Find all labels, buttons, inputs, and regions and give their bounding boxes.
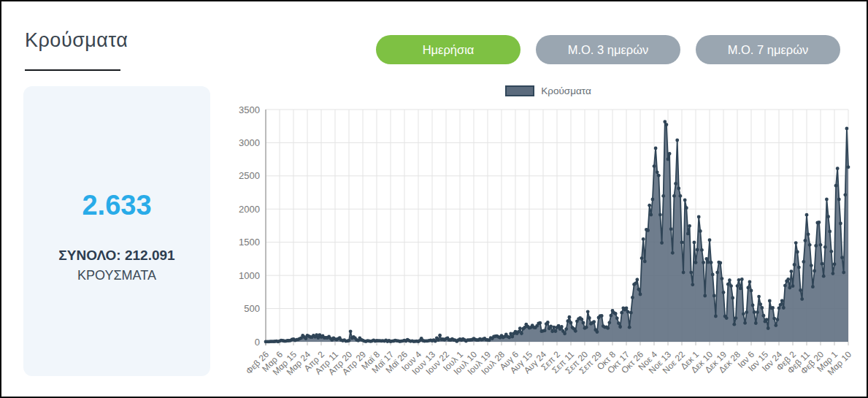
svg-text:3500: 3500 — [239, 104, 260, 115]
cases-chart: Κρούσματα 0500100015002000250030003500Φε… — [235, 82, 861, 396]
legend-label: Κρούσματα — [541, 85, 591, 96]
summary-card: 2.633 ΣΥΝΟΛΟ: 212.091 ΚΡΟΥΣΜΑΤΑ — [23, 86, 210, 376]
page-title: Κρούσματα — [25, 29, 128, 52]
svg-text:500: 500 — [244, 303, 260, 314]
svg-text:0: 0 — [255, 337, 260, 348]
tab-daily[interactable]: Ημερήσια — [376, 35, 521, 64]
cases-unit-label: ΚΡΟΥΣΜΑΤΑ — [77, 268, 156, 283]
view-tabs: Ημερήσια Μ.Ο. 3 ημερών Μ.Ο. 7 ημερών — [376, 35, 840, 64]
svg-text:1500: 1500 — [239, 237, 260, 248]
tab-3day-average[interactable]: Μ.Ο. 3 ημερών — [536, 35, 680, 64]
total-cases-label: ΣΥΝΟΛΟ: 212.091 — [58, 248, 174, 264]
chart-legend: Κρούσματα — [235, 82, 861, 99]
title-underline — [25, 69, 120, 71]
svg-text:1000: 1000 — [239, 270, 260, 281]
tab-7day-average[interactable]: Μ.Ο. 7 ημερών — [696, 35, 840, 64]
svg-text:2500: 2500 — [239, 170, 260, 181]
legend-swatch-icon — [505, 85, 534, 96]
svg-text:2000: 2000 — [239, 204, 260, 215]
svg-text:3000: 3000 — [239, 137, 260, 148]
chart-canvas[interactable]: 0500100015002000250030003500Φεβ 26Μαρ 6Μ… — [235, 101, 856, 393]
cases-dashboard-panel: Κρούσματα Ημερήσια Μ.Ο. 3 ημερών Μ.Ο. 7 … — [0, 0, 868, 398]
daily-cases-value: 2.633 — [82, 190, 151, 221]
